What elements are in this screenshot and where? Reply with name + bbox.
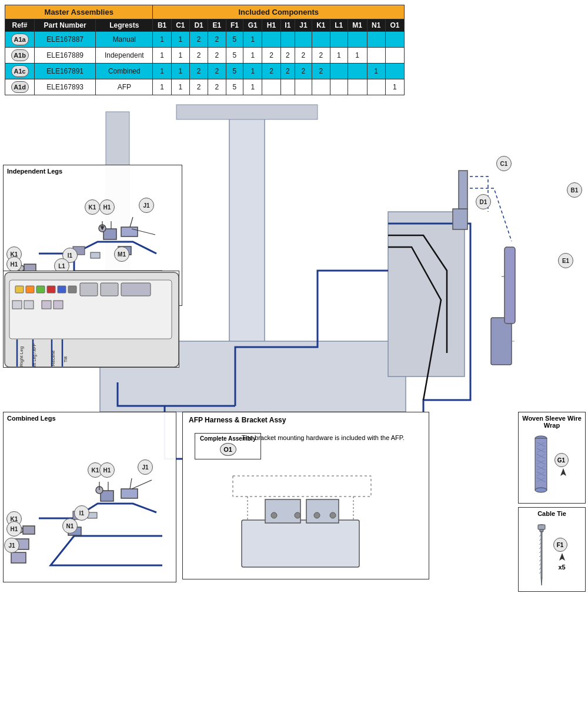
svg-line-22 bbox=[130, 217, 133, 227]
col-i1: I1 bbox=[280, 19, 295, 32]
component-value-cell: 2 bbox=[312, 48, 330, 64]
col-h1: H1 bbox=[262, 19, 280, 32]
svg-rect-7 bbox=[505, 247, 515, 324]
component-value-cell: 1 bbox=[385, 79, 404, 95]
component-value-cell: 2 bbox=[262, 64, 280, 79]
col-o1: O1 bbox=[385, 19, 404, 32]
component-value-cell: 1 bbox=[243, 79, 262, 95]
component-value-cell: 2 bbox=[280, 64, 295, 79]
svg-text:Left Leg / AFP: Left Leg / AFP bbox=[32, 343, 37, 368]
o1-circle: O1 bbox=[220, 443, 236, 456]
woven-title: Woven Sleeve Wire Wrap bbox=[521, 415, 583, 429]
table-row: A1aELE167887Manual112251 bbox=[5, 32, 405, 48]
svg-rect-10 bbox=[459, 171, 467, 209]
col-n1: N1 bbox=[367, 19, 385, 32]
h1-label-comb-l: H1 bbox=[6, 521, 22, 537]
svg-rect-1 bbox=[176, 105, 318, 119]
component-value-cell: 5 bbox=[226, 48, 243, 64]
svg-point-64 bbox=[271, 512, 277, 518]
master-assemblies-header: Master Assemblies bbox=[5, 5, 153, 19]
component-value-cell: 1 bbox=[243, 32, 262, 48]
svg-point-65 bbox=[295, 512, 300, 518]
h1-label-indep-l: H1 bbox=[6, 256, 22, 272]
m1-label-indep: M1 bbox=[114, 246, 129, 262]
component-value-cell: 2 bbox=[208, 79, 226, 95]
legrests-cell: AFP bbox=[96, 79, 153, 95]
afp-note: The bracket mounting hardware is include… bbox=[242, 433, 423, 443]
combined-legs-box: Combined Legs K1 H1 J1 I1 N1 K1 H1 J1 bbox=[3, 412, 176, 582]
component-value-cell bbox=[262, 32, 280, 48]
svg-rect-54 bbox=[23, 526, 35, 534]
component-value-cell: 2 bbox=[262, 48, 280, 64]
cable-qty: x5 bbox=[553, 564, 571, 571]
component-value-cell: 2 bbox=[208, 48, 226, 64]
component-value-cell bbox=[348, 79, 367, 95]
component-value-cell: 1 bbox=[243, 64, 262, 79]
svg-rect-4 bbox=[388, 212, 465, 377]
component-value-cell: 1 bbox=[171, 48, 189, 64]
col-k1: K1 bbox=[312, 19, 330, 32]
svg-line-60 bbox=[132, 480, 152, 489]
cable-tie-box: Cable Tie F1 x5 bbox=[518, 507, 586, 592]
svg-point-66 bbox=[314, 512, 320, 518]
component-value-cell bbox=[280, 79, 295, 95]
component-value-cell bbox=[330, 64, 348, 79]
component-value-cell bbox=[348, 32, 367, 48]
svg-text:Recline: Recline bbox=[51, 350, 56, 366]
e1-floating-label: E1 bbox=[558, 253, 573, 268]
svg-rect-37 bbox=[42, 301, 51, 309]
component-value-cell bbox=[367, 32, 385, 48]
col-g1: G1 bbox=[243, 19, 262, 32]
component-value-cell bbox=[312, 32, 330, 48]
svg-rect-38 bbox=[54, 301, 63, 309]
svg-rect-5 bbox=[491, 318, 512, 365]
table-row: A1dELE167893AFP1122511 bbox=[5, 79, 405, 95]
cable-tie-title: Cable Tie bbox=[521, 510, 583, 517]
svg-rect-62 bbox=[265, 499, 300, 523]
col-d1: D1 bbox=[189, 19, 208, 32]
component-value-cell: 5 bbox=[226, 79, 243, 95]
component-value-cell bbox=[280, 32, 295, 48]
component-value-cell bbox=[385, 48, 404, 64]
component-value-cell: 1 bbox=[171, 64, 189, 79]
ref-badge: A1d bbox=[11, 81, 29, 93]
part-number-cell: ELE167889 bbox=[35, 48, 96, 64]
component-value-cell: 1 bbox=[243, 48, 262, 64]
legrests-cell: Manual bbox=[96, 32, 153, 48]
svg-rect-61 bbox=[242, 520, 359, 567]
component-value-cell bbox=[295, 79, 312, 95]
col-l1: L1 bbox=[330, 19, 348, 32]
h1-label-comb: H1 bbox=[99, 462, 115, 478]
col-e1: E1 bbox=[208, 19, 226, 32]
svg-rect-30 bbox=[58, 286, 66, 293]
component-value-cell: 2 bbox=[189, 32, 208, 48]
component-value-cell: 2 bbox=[280, 48, 295, 64]
svg-rect-48 bbox=[121, 489, 138, 498]
j1-label-indep-top: J1 bbox=[139, 198, 154, 213]
woven-sleeve-box: Woven Sleeve Wire Wrap bbox=[518, 412, 586, 504]
col-b1: B1 bbox=[153, 19, 171, 32]
svg-rect-89 bbox=[538, 525, 545, 529]
svg-point-87 bbox=[535, 488, 547, 492]
component-value-cell: 1 bbox=[171, 32, 189, 48]
col-legrests: Legrests bbox=[96, 19, 153, 32]
col-f1: F1 bbox=[226, 19, 243, 32]
svg-rect-34 bbox=[121, 283, 151, 296]
component-value-cell: 1 bbox=[367, 64, 385, 79]
f1-badge: F1 bbox=[553, 538, 567, 552]
i1-label-comb: I1 bbox=[74, 505, 89, 521]
svg-rect-28 bbox=[36, 286, 45, 293]
col-part-number: Part Number bbox=[35, 19, 96, 32]
col-ref: Ref# bbox=[5, 19, 35, 32]
c1-floating-label: C1 bbox=[496, 156, 512, 171]
svg-rect-63 bbox=[306, 499, 339, 523]
component-value-cell: 2 bbox=[208, 64, 226, 79]
component-value-cell: 5 bbox=[226, 32, 243, 48]
component-value-cell: 1 bbox=[153, 48, 171, 64]
j1-label-comb-b: J1 bbox=[4, 538, 19, 553]
component-value-cell: 2 bbox=[295, 48, 312, 64]
svg-rect-36 bbox=[24, 301, 34, 309]
part-number-cell: ELE167891 bbox=[35, 64, 96, 79]
component-value-cell: 2 bbox=[295, 64, 312, 79]
svg-rect-31 bbox=[68, 286, 76, 293]
